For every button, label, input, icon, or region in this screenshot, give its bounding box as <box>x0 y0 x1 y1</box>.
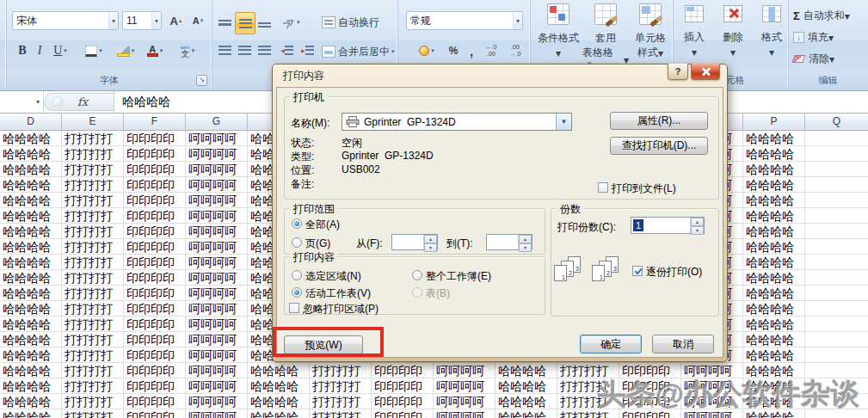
font-color-button[interactable]: A▾ <box>141 41 169 60</box>
conditional-formatting-button[interactable]: 条件格式 ▾ <box>537 3 580 59</box>
from-spinner[interactable]: ▴▾ <box>391 234 438 250</box>
range-all-radio[interactable] <box>292 218 302 229</box>
fill-button[interactable]: ↓ 填充 ▾ <box>793 30 834 45</box>
number-format-select[interactable]: 常规 ▾ <box>406 11 523 30</box>
cell-D3[interactable]: 哈哈哈哈 <box>0 162 62 176</box>
cell-F3[interactable]: 印印印印 <box>124 162 186 176</box>
cell-E4[interactable]: 打打打打 <box>62 177 124 192</box>
column-header-P[interactable]: P <box>743 114 805 130</box>
selection-radio[interactable] <box>292 270 302 280</box>
decrease-decimal-button[interactable]: .00→.0 <box>504 41 526 60</box>
font-size-select[interactable]: 11 ▾ <box>122 11 162 30</box>
align-right-button[interactable] <box>255 40 274 60</box>
cell-E10[interactable]: 打打打打 <box>62 270 124 285</box>
align-bottom-button[interactable] <box>255 12 274 33</box>
cell-G14[interactable]: 呵呵呵呵 <box>186 332 248 347</box>
print-to-file-checkbox[interactable] <box>598 182 608 193</box>
cell-F5[interactable]: 印印印印 <box>124 193 186 207</box>
percent-style-button[interactable]: % <box>444 41 463 60</box>
help-button[interactable]: ? <box>668 64 688 80</box>
spinner-down-icon[interactable]: ▾ <box>691 226 704 235</box>
cell-Q4[interactable] <box>805 177 868 192</box>
cell-P1[interactable]: 哈哈哈哈 <box>743 131 805 145</box>
cell-Q8[interactable] <box>805 239 868 254</box>
currency-format-button[interactable]: ▾ <box>413 41 440 60</box>
chevron-down-icon[interactable]: ▾ <box>151 12 161 29</box>
cell-E7[interactable]: 打打打打 <box>62 224 124 238</box>
cell-E8[interactable]: 打打打打 <box>62 239 124 254</box>
cell-Q6[interactable] <box>805 208 868 223</box>
insert-function-button[interactable]: fx <box>77 95 88 108</box>
shrink-font-button[interactable]: A▾ <box>188 10 208 31</box>
cell-D16[interactable]: 哈哈哈哈 <box>0 363 62 378</box>
cell-E2[interactable]: 打打打打 <box>62 146 124 161</box>
cell-G16[interactable]: 呵呵呵呵 <box>186 363 248 378</box>
cell-E19[interactable]: 打打打打 <box>62 409 124 418</box>
cell-G15[interactable]: 呵呵呵呵 <box>186 347 248 362</box>
column-header-F[interactable]: F <box>124 114 186 130</box>
cell-G19[interactable]: 呵呵呵呵 <box>186 409 248 418</box>
cell-E5[interactable]: 打打打打 <box>62 193 124 207</box>
align-center-button[interactable] <box>235 40 254 60</box>
underline-button[interactable]: U▾ <box>48 41 72 60</box>
cell-E14[interactable]: 打打打打 <box>62 332 124 347</box>
cell-F19[interactable]: 印印印印 <box>124 409 186 418</box>
align-left-button[interactable] <box>215 40 234 60</box>
cell-F18[interactable]: 印印印印 <box>124 394 186 409</box>
align-middle-button[interactable] <box>235 12 255 34</box>
cell-P10[interactable]: 哈哈哈哈 <box>743 270 805 285</box>
cell-F17[interactable]: 印印印印 <box>124 378 186 393</box>
clear-button[interactable]: 清除 ▾ <box>793 52 834 66</box>
cell-P12[interactable]: 哈哈哈哈 <box>743 301 805 316</box>
cell-Q5[interactable] <box>805 193 868 207</box>
cell-G2[interactable]: 呵呵呵呵 <box>186 146 248 161</box>
close-button[interactable] <box>691 64 720 80</box>
cell-F10[interactable]: 印印印印 <box>124 270 186 285</box>
cell-F13[interactable]: 印印印印 <box>124 317 186 331</box>
cell-Q11[interactable] <box>805 286 868 300</box>
cell-D10[interactable]: 哈哈哈哈 <box>0 270 62 285</box>
cancel-button[interactable]: 取消 <box>652 335 714 353</box>
cell-K17[interactable]: 呵呵呵呵 <box>434 378 496 393</box>
cell-D2[interactable]: 哈哈哈哈 <box>0 146 62 161</box>
cell-E3[interactable]: 打打打打 <box>62 162 124 176</box>
cell-K19[interactable]: 呵呵呵呵 <box>434 409 496 418</box>
entire-workbook-radio[interactable] <box>412 270 422 280</box>
decrease-indent-button[interactable]: ◀ <box>277 40 297 60</box>
cell-F12[interactable]: 印印印印 <box>124 301 186 316</box>
cell-F6[interactable]: 印印印印 <box>124 208 186 223</box>
cell-G7[interactable]: 呵呵呵呵 <box>186 224 248 238</box>
spinner-up-icon[interactable]: ▴ <box>519 235 532 243</box>
ok-button[interactable]: 确定 <box>580 335 642 353</box>
cell-Q2[interactable] <box>805 146 868 161</box>
bold-button[interactable]: B <box>14 41 31 60</box>
cell-I17[interactable]: 打打打打 <box>310 378 372 393</box>
from-spinner-value[interactable] <box>392 235 423 249</box>
cell-E6[interactable]: 打打打打 <box>62 208 124 223</box>
cell-E16[interactable]: 打打打打 <box>62 363 124 378</box>
chevron-down-icon[interactable]: ▾ <box>36 98 40 106</box>
chevron-down-icon[interactable]: ▾ <box>513 12 522 29</box>
cell-E11[interactable]: 打打打打 <box>62 286 124 300</box>
cell-J16[interactable]: 印印印印 <box>372 363 434 378</box>
cell-E17[interactable]: 打打打打 <box>62 378 124 393</box>
properties-button[interactable]: 属性(R)... <box>610 112 708 130</box>
cell-P6[interactable]: 哈哈哈哈 <box>743 208 805 223</box>
cell-J18[interactable]: 印印印印 <box>372 394 434 409</box>
cell-K16[interactable]: 呵呵呵呵 <box>434 363 496 378</box>
cell-Q7[interactable] <box>805 224 868 238</box>
cell-P8[interactable]: 哈哈哈哈 <box>743 239 805 254</box>
collate-checkbox[interactable] <box>632 266 643 276</box>
cell-D12[interactable]: 哈哈哈哈 <box>0 301 62 316</box>
cell-F9[interactable]: 印印印印 <box>124 255 186 269</box>
cell-Q15[interactable] <box>805 347 868 362</box>
cell-F11[interactable]: 印印印印 <box>124 286 186 300</box>
column-header-E[interactable]: E <box>62 114 124 130</box>
cell-F4[interactable]: 印印印印 <box>124 177 186 192</box>
spinner-down-icon[interactable]: ▾ <box>424 243 437 252</box>
find-printer-button[interactable]: 查找打印机(D)... <box>610 137 708 155</box>
cell-D1[interactable]: 哈哈哈哈 <box>0 131 62 145</box>
cell-P14[interactable]: 哈哈哈哈 <box>743 332 805 347</box>
cell-Q9[interactable] <box>805 255 868 269</box>
cell-D4[interactable]: 哈哈哈哈 <box>0 177 62 192</box>
